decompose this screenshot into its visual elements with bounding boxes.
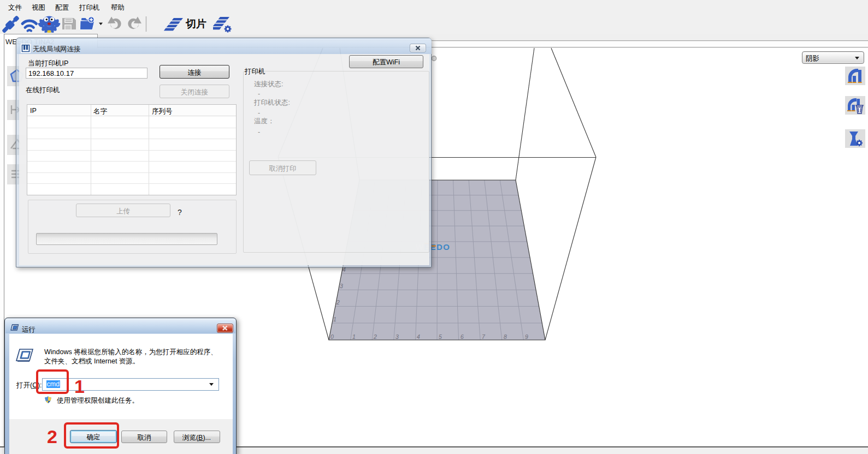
svg-text:8: 8 [504,333,507,340]
svg-text:1: 1 [333,316,336,322]
svg-text:4: 4 [417,333,420,340]
svg-text:9: 9 [525,333,528,340]
svg-text:2: 2 [373,333,377,340]
svg-text:0: 0 [330,333,334,340]
svg-text:2: 2 [336,299,340,306]
svg-text:5: 5 [439,333,442,340]
svg-text:3: 3 [340,283,343,289]
svg-text:1: 1 [352,333,356,340]
svg-text:3: 3 [395,333,399,340]
svg-text:6: 6 [460,333,464,340]
